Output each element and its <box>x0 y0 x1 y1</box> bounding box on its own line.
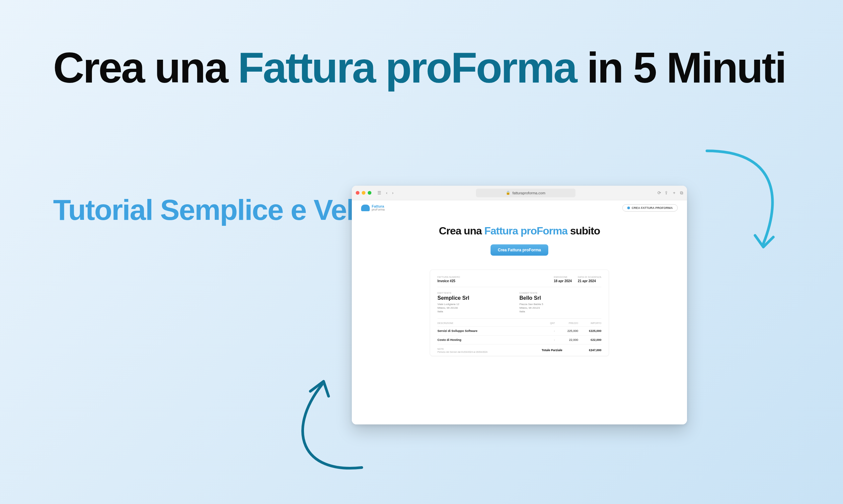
new-tab-icon[interactable]: + <box>673 190 675 195</box>
site-logo[interactable]: Fattura proForma <box>361 204 385 211</box>
page-content: Fattura proForma CREA FATTURA PROFORMA C… <box>352 200 687 425</box>
emitter-addr1: Viale Lodigiana 12 <box>437 302 519 306</box>
address-bar[interactable]: 🔒 fatturaproforma.com <box>476 189 575 197</box>
header-cta-label: CREA FATTURA PROFORMA <box>632 206 673 210</box>
line-price: 225,000 <box>555 329 578 332</box>
hero-title: Crea una Fattura proForma subito <box>358 225 681 237</box>
th-description: DESCRIZIONE <box>437 322 541 324</box>
line-qty: - <box>541 338 555 342</box>
th-amount: IMPORTO <box>578 322 601 324</box>
line-amount: €22,000 <box>578 338 601 342</box>
note-label: Note <box>437 348 541 350</box>
line-price: 22,000 <box>555 338 578 342</box>
invoice-line: Costo di Hosting - 22,000 €22,000 <box>437 335 601 344</box>
tabs-icon[interactable]: ⧉ <box>680 190 683 196</box>
subtotal-value: €247,000 <box>589 348 601 352</box>
line-desc: Servizi di Sviluppo Software <box>437 329 541 332</box>
due-date: 21 apr 2024 <box>578 279 601 283</box>
committer-label: COMMITTENTE <box>519 292 601 294</box>
headline-part1: Crea una <box>53 43 238 92</box>
note-text: Periodo dei Servizi dal 01/03/2024 al 20… <box>437 351 541 353</box>
hero-cta-button[interactable]: Crea Fattura proForma <box>491 245 548 256</box>
share-icon[interactable]: ⇪ <box>665 190 668 195</box>
committer-name: Bello Srl <box>519 295 601 301</box>
emission-label: EMISSIONE <box>554 276 572 278</box>
th-price: PREZZO <box>555 322 578 324</box>
committer-addr3: Italia <box>519 310 601 313</box>
emitter-addr3: Italia <box>437 310 519 313</box>
due-label: DATA DI SCADENZA <box>578 276 601 278</box>
subtotal-label: Totale Parziale <box>541 348 562 352</box>
back-icon[interactable]: ‹ <box>386 190 387 195</box>
hero-part2: subito <box>568 225 600 237</box>
invoice-number-label: FATTURA NUMERO <box>437 276 554 278</box>
reload-icon[interactable]: ⟳ <box>657 190 661 195</box>
header-cta-button[interactable]: CREA FATTURA PROFORMA <box>622 204 678 212</box>
invoice-table-header: DESCRIZIONE QNT PREZZO IMPORTO <box>437 319 601 326</box>
emission-date: 18 apr 2024 <box>554 279 572 283</box>
forward-icon[interactable]: › <box>392 190 393 195</box>
lock-icon: 🔒 <box>506 191 511 195</box>
site-header: Fattura proForma CREA FATTURA PROFORMA <box>352 200 687 216</box>
headline-accent: Fattura proForma <box>238 43 576 92</box>
committer-addr1: Piazza San Babila 5 <box>519 302 601 306</box>
line-amount: €225,000 <box>578 329 601 332</box>
invoice-line: Servizi di Sviluppo Software - 225,000 €… <box>437 326 601 335</box>
url-text: fatturaproforma.com <box>513 191 545 195</box>
browser-window: ☰ ‹ › 🔒 fatturaproforma.com ⟳ ⇪ + ⧉ Fatt… <box>352 186 687 425</box>
emitter-addr2: Milano, MI 20130 <box>437 306 519 310</box>
logo-mark-icon <box>361 204 370 211</box>
hero-accent: Fattura proForma <box>484 225 568 237</box>
invoice-number-value: Invoice #25 <box>437 279 554 283</box>
emitter-name: Semplice Srl <box>437 295 519 301</box>
th-qty: QNT <box>541 322 555 324</box>
cta-dot-icon <box>627 206 630 209</box>
arrow-right-icon <box>697 144 790 260</box>
line-desc: Costo di Hosting <box>437 338 541 342</box>
committer-addr2: Milano, MI 20123 <box>519 306 601 310</box>
minimize-light-icon[interactable] <box>362 191 365 195</box>
logo-text-2: proForma <box>372 208 385 211</box>
main-headline: Crea una Fattura proForma in 5 Minuti <box>53 43 786 93</box>
emitter-label: EMITTENTE <box>437 292 519 294</box>
browser-chrome: ☰ ‹ › 🔒 fatturaproforma.com ⟳ ⇪ + ⧉ <box>352 186 687 200</box>
traffic-lights <box>356 191 372 195</box>
sidebar-toggle-icon[interactable]: ☰ <box>377 190 381 195</box>
hero-part1: Crea una <box>439 225 484 237</box>
line-qty: - <box>541 329 555 332</box>
headline-part2: in 5 Minuti <box>576 43 786 92</box>
maximize-light-icon[interactable] <box>368 191 372 195</box>
sub-headline: Tutorial Semplice e Veloce <box>53 192 402 228</box>
hero-section: Crea una Fattura proForma subito Crea Fa… <box>352 216 687 262</box>
close-light-icon[interactable] <box>356 191 359 195</box>
invoice-preview: FATTURA NUMERO Invoice #25 EMISSIONE 18 … <box>430 270 609 356</box>
